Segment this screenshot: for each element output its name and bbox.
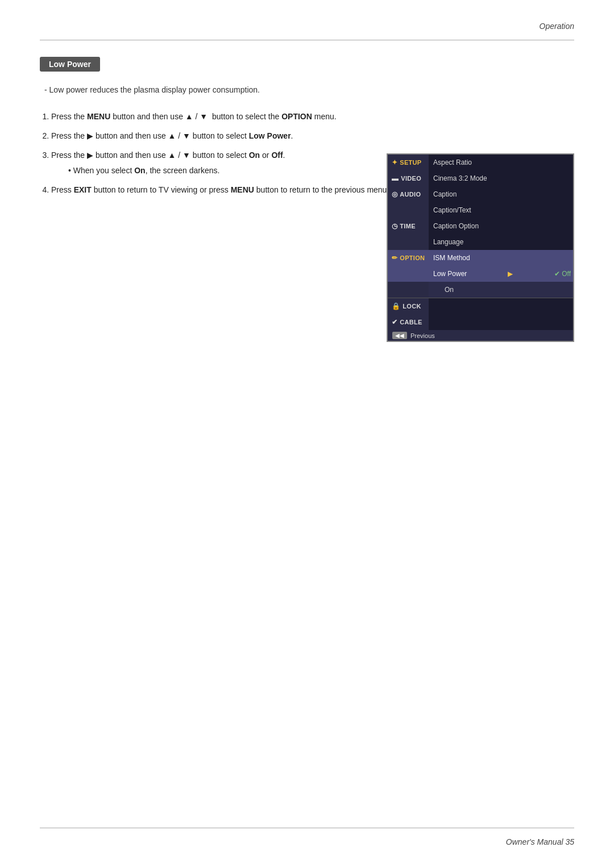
lowpower-label: Low Power — [433, 270, 467, 278]
sidebar-time: ◷ TIME — [388, 218, 429, 234]
step4-bold2: MENU — [231, 185, 254, 194]
footer-btn: ◀◀ — [392, 332, 407, 339]
page-header: Operation — [540, 22, 574, 31]
time-content2: Language — [429, 234, 573, 250]
top-rule — [40, 40, 574, 40]
step-1: Press the MENU button and then use ▲ / ▼… — [51, 110, 574, 124]
setup-label: SETUP — [400, 159, 421, 166]
tv-menu-footer: ◀◀ Previous — [388, 330, 573, 341]
menu-row-time2: Language — [388, 234, 573, 250]
sidebar-video: ▬ VIDEO — [388, 170, 429, 186]
menu-row-on: On — [388, 282, 573, 298]
sidebar-option2 — [388, 266, 429, 282]
setup-icon: ✦ — [392, 158, 397, 166]
lock-content — [429, 298, 573, 314]
footer-label: Previous — [410, 332, 435, 339]
on-content: On — [429, 282, 573, 298]
intro-content: Low power reduces the plasma display pow… — [49, 85, 260, 94]
step2-bold: Low Power — [249, 131, 291, 140]
step3-bold2: Off — [271, 151, 283, 160]
setup-content: Aspect Ratio — [429, 155, 573, 170]
step1-bold2: OPTION — [281, 112, 312, 121]
menu-row-setup: ✦ SETUP Aspect Ratio — [388, 155, 573, 170]
sidebar-time2 — [388, 234, 429, 250]
audio-content1: Caption — [429, 186, 573, 202]
menu-row-option: ✏ OPTION ISM Method — [388, 250, 573, 266]
menu-row-cable: ✔ CABLE — [388, 314, 573, 330]
tv-menu: ✦ SETUP Aspect Ratio ▬ VIDEO Cinema 3:2 … — [387, 153, 574, 342]
video-label: VIDEO — [401, 175, 421, 182]
sidebar-blank3 — [388, 282, 429, 298]
sidebar-option: ✏ OPTION — [388, 250, 429, 266]
header-label: Operation — [540, 22, 574, 31]
sidebar-setup: ✦ SETUP — [388, 155, 429, 170]
dash-prefix: - — [44, 85, 49, 94]
cable-content — [429, 314, 573, 330]
cable-label: CABLE — [400, 319, 422, 326]
sidebar-audio2 — [388, 202, 429, 218]
option-icon: ✏ — [392, 254, 397, 262]
option-content: ISM Method — [429, 250, 573, 266]
cable-icon: ✔ — [392, 318, 397, 326]
sidebar-audio: ◎ AUDIO — [388, 186, 429, 202]
menu-row-video: ▬ VIDEO Cinema 3:2 Mode — [388, 170, 573, 186]
option-label: OPTION — [400, 254, 425, 261]
footer-text: Owner's Manual 35 — [506, 837, 574, 846]
sidebar-lock: 🔒 LOCK — [388, 298, 429, 314]
sidebar-cable: ✔ CABLE — [388, 314, 429, 330]
menu-row-lock: 🔒 LOCK — [388, 298, 573, 314]
lock-label: LOCK — [403, 303, 421, 310]
audio-label: AUDIO — [400, 191, 421, 198]
time-label: TIME — [400, 223, 415, 229]
bottom-rule — [40, 828, 574, 828]
menu-row-audio: ◎ AUDIO Caption — [388, 186, 573, 202]
section-badge-label: Low Power — [49, 60, 91, 69]
time-icon: ◷ — [392, 222, 397, 230]
lowpower-arrow: ▶ — [508, 270, 513, 278]
step3-sub-bold: On — [134, 166, 145, 175]
audio-icon: ◎ — [392, 190, 397, 198]
video-icon: ▬ — [392, 174, 399, 182]
lock-icon: 🔒 — [392, 302, 400, 310]
audio-content2: Caption/Text — [429, 202, 573, 218]
lowpower-content: Low Power ▶ ✔ Off — [429, 266, 573, 282]
tv-menu-container: ✦ SETUP Aspect Ratio ▬ VIDEO Cinema 3:2 … — [387, 153, 574, 342]
lowpower-value: ✔ Off — [554, 270, 571, 278]
step1-bold1: MENU — [87, 112, 110, 121]
menu-row-lowpower: Low Power ▶ ✔ Off — [388, 266, 573, 282]
menu-row-time: ◷ TIME Caption Option — [388, 218, 573, 234]
menu-row-audio2: Caption/Text — [388, 202, 573, 218]
step3-bold1: On — [249, 151, 260, 160]
step-2: Press the ▶ button and then use ▲ / ▼ bu… — [51, 130, 574, 143]
step4-bold1: EXIT — [74, 185, 92, 194]
video-content: Cinema 3:2 Mode — [429, 170, 573, 186]
page-footer: Owner's Manual 35 — [506, 837, 574, 846]
intro-text: - Low power reduces the plasma display p… — [44, 85, 574, 94]
section-badge: Low Power — [40, 57, 100, 72]
time-content: Caption Option — [429, 218, 573, 234]
